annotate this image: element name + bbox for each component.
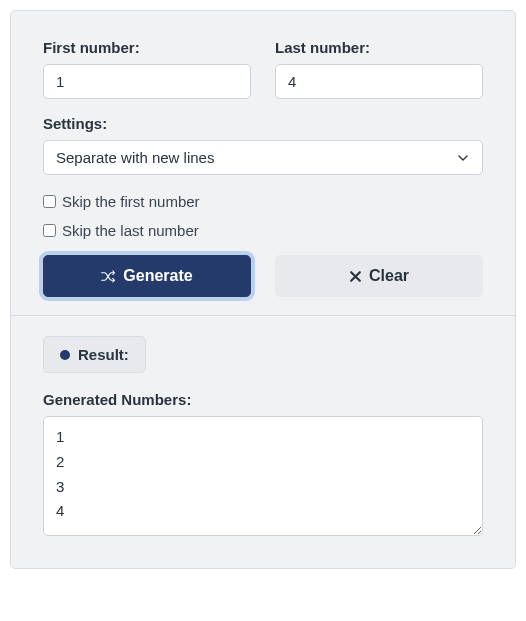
last-number-label: Last number: xyxy=(275,39,483,56)
result-badge-label: Result: xyxy=(78,346,129,363)
output-label: Generated Numbers: xyxy=(43,391,483,408)
skip-first-checkbox[interactable] xyxy=(43,195,56,208)
settings-section: Settings: Separate with new lines xyxy=(43,115,483,175)
settings-select-wrap: Separate with new lines xyxy=(43,140,483,175)
card-footer: Result: Generated Numbers: xyxy=(11,315,515,568)
settings-label: Settings: xyxy=(43,115,483,132)
button-row: Generate Clear xyxy=(43,255,483,297)
first-number-col: First number: xyxy=(43,39,251,99)
skip-last-label[interactable]: Skip the last number xyxy=(62,222,199,239)
skip-last-row: Skip the last number xyxy=(43,222,483,239)
last-number-input[interactable] xyxy=(275,64,483,99)
skip-first-row: Skip the first number xyxy=(43,193,483,210)
first-number-label: First number: xyxy=(43,39,251,56)
clear-button-label: Clear xyxy=(369,267,409,285)
generator-card: First number: Last number: Settings: Sep… xyxy=(10,10,516,569)
close-icon xyxy=(349,267,362,285)
number-inputs-row: First number: Last number: xyxy=(43,39,483,99)
first-number-input[interactable] xyxy=(43,64,251,99)
result-badge: Result: xyxy=(43,336,146,373)
output-textarea[interactable] xyxy=(43,416,483,536)
settings-select[interactable]: Separate with new lines xyxy=(43,140,483,175)
shuffle-icon xyxy=(101,267,116,285)
skip-first-label[interactable]: Skip the first number xyxy=(62,193,200,210)
card-body: First number: Last number: Settings: Sep… xyxy=(11,11,515,315)
last-number-col: Last number: xyxy=(275,39,483,99)
generate-button[interactable]: Generate xyxy=(43,255,251,297)
skip-last-checkbox[interactable] xyxy=(43,224,56,237)
clear-button[interactable]: Clear xyxy=(275,255,483,297)
circle-icon xyxy=(60,350,70,360)
generate-button-label: Generate xyxy=(123,267,192,285)
